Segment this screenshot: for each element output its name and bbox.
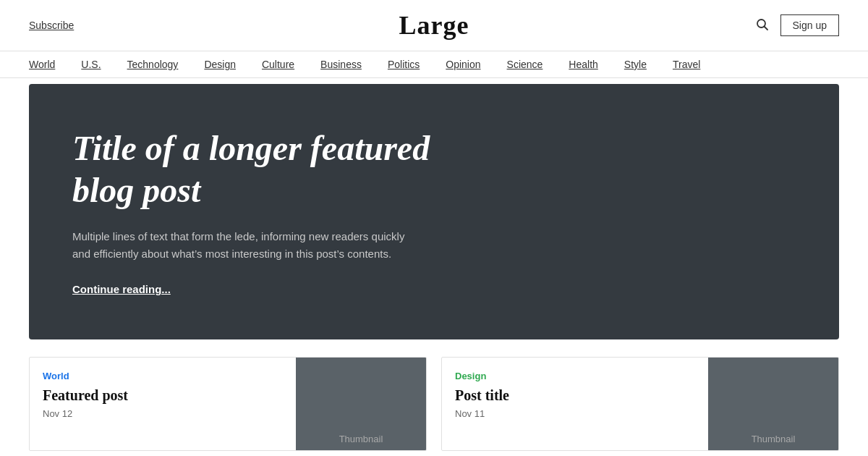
nav-item-science[interactable]: Science [494,59,556,70]
nav-item-technology[interactable]: Technology [114,59,192,70]
search-button[interactable] [753,15,772,36]
card-content-2: Design Post title Nov 11 [442,358,708,450]
nav-item-health[interactable]: Health [556,59,610,70]
header: Subscribe Large Sign up [0,0,868,51]
nav-item-us[interactable]: U.S. [68,59,114,70]
nav-item-business[interactable]: Business [307,59,375,70]
svg-line-1 [764,26,767,30]
card-category-1[interactable]: World [43,371,283,381]
header-left: Subscribe [29,19,299,32]
card-featured-post: World Featured post Nov 12 Thumbnail [29,357,427,451]
hero-title: Title of a longer featured blog post [72,127,448,211]
nav-item-culture[interactable]: Culture [249,59,307,70]
card-date-2: Nov 11 [455,408,695,419]
search-icon [756,18,769,31]
header-right: Sign up [569,14,839,36]
hero-description: Multiple lines of text that form the led… [72,228,420,263]
main-nav: World U.S. Technology Design Culture Bus… [0,51,868,78]
nav-item-design[interactable]: Design [191,59,249,70]
card-date-1: Nov 12 [43,408,283,419]
card-thumbnail-1: Thumbnail [296,358,426,450]
card-title-1[interactable]: Featured post [43,387,283,404]
card-title-2[interactable]: Post title [455,387,695,404]
cards-section: World Featured post Nov 12 Thumbnail Des… [0,345,868,451]
signup-button[interactable]: Sign up [780,14,839,36]
nav-item-politics[interactable]: Politics [375,59,433,70]
card-content-1: World Featured post Nov 12 [30,358,296,450]
nav-item-style[interactable]: Style [611,59,660,70]
nav-item-travel[interactable]: Travel [660,59,713,70]
subscribe-link[interactable]: Subscribe [29,20,74,31]
hero-cta-link[interactable]: Continue reading... [72,283,171,295]
card-thumbnail-2: Thumbnail [708,358,838,450]
nav-item-world[interactable]: World [29,59,68,70]
hero-section: Title of a longer featured blog post Mul… [29,84,839,339]
header-center: Large [299,10,569,41]
card-post-title: Design Post title Nov 11 Thumbnail [441,357,839,451]
card-category-2[interactable]: Design [455,371,695,381]
nav-item-opinion[interactable]: Opinion [433,59,493,70]
site-title[interactable]: Large [399,11,469,40]
